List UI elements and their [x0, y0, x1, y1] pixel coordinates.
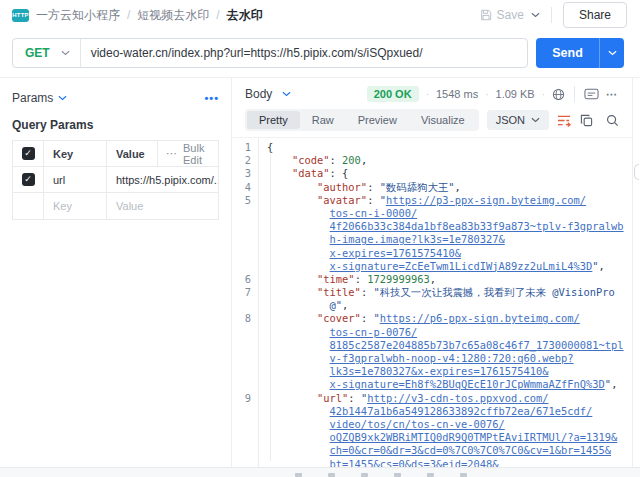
code-line: "url": "http://v3-cdn-tos.ppxvod.com/ — [267, 392, 632, 405]
table-row: ✓ url https://h5.pipix.com/... — [13, 167, 218, 193]
json-link[interactable]: https://p6-ppx-sign.byteimg.com/ — [380, 312, 580, 324]
json-link[interactable]: 8185c2587e204885b73b7c65a08c46f7_1730000… — [330, 339, 624, 351]
query-params-table: ✓ Key Value ⋯ Bulk Edit ✓ url https://h5… — [12, 140, 219, 220]
globe-icon[interactable] — [552, 88, 565, 101]
param-key-cell[interactable]: url — [44, 167, 107, 192]
panel-collapse-handle[interactable] — [634, 164, 639, 180]
json-link[interactable]: oQZQB9xk2WBRiMTIQ0dR9Q0TMPtEAviIRTMUl/?a… — [330, 431, 618, 443]
toolbar-icon[interactable] — [328, 473, 335, 477]
dot-separator: · — [426, 89, 429, 100]
line-number — [232, 352, 251, 365]
send-dropdown-chevron-icon[interactable] — [599, 38, 624, 68]
params-chevron-icon[interactable] — [58, 95, 67, 101]
param-value-input[interactable]: Value — [107, 200, 218, 212]
code-line: "title": "科技又一次让我震撼，我看到了未来 @VisionPro — [267, 286, 632, 299]
select-all-checkbox[interactable]: ✓ — [22, 147, 35, 160]
format-select[interactable]: JSON — [487, 110, 549, 130]
code-token: : { — [330, 167, 349, 179]
code-line: video/tos/cn/tos-cn-ve-0076/ — [267, 418, 632, 431]
code-gutter: 123456789 — [232, 138, 259, 467]
method-chevron-icon[interactable] — [61, 50, 80, 56]
json-link[interactable]: h-image.image?lk3s=1e780327& — [330, 233, 505, 245]
save-button[interactable]: Save — [480, 8, 524, 22]
code-token: { — [267, 141, 273, 153]
save-dropdown-chevron-icon[interactable] — [531, 12, 540, 18]
row-checkbox[interactable]: ✓ — [22, 173, 35, 186]
code-line: 42b1447a1b6a549128633892cffb72ea/671e5cd… — [267, 405, 632, 418]
breadcrumb-separator: / — [216, 8, 219, 22]
search-icon[interactable] — [606, 114, 619, 127]
code-token: : — [355, 273, 368, 285]
json-link[interactable]: video/tos/cn/tos-cn-ve-0076/ — [330, 418, 505, 430]
line-number: 9 — [232, 392, 251, 405]
json-link[interactable]: x-expires=1761575410& — [330, 247, 461, 259]
toolbar-icon[interactable] — [361, 473, 368, 477]
json-link[interactable]: lk3s=1e780327&x-expires=1761575410& — [330, 365, 549, 377]
bulk-edit-button[interactable]: ⋯ Bulk Edit — [158, 142, 218, 166]
json-link[interactable]: tos-cn-i-0000/ — [330, 207, 418, 219]
json-link[interactable]: tos-cn-p-0076/ — [330, 326, 418, 338]
body-chevron-icon[interactable] — [282, 91, 291, 97]
json-link[interactable]: v-f3gpralwbh-noop-v4:1280:720:q60.webp? — [330, 352, 574, 364]
param-key-input[interactable]: Key — [44, 193, 107, 219]
json-link[interactable]: 42b1447a1b6a549128633892cffb72ea/671e5cd… — [330, 405, 593, 417]
dot-separator: · — [542, 89, 545, 100]
tab-raw[interactable]: Raw — [300, 111, 346, 129]
toolbar-icon[interactable] — [394, 473, 401, 477]
code-lines: {"code": 200,"data": {"author": "数码舔狗大王"… — [259, 138, 632, 467]
code-line: tos-cn-p-0076/ — [267, 326, 632, 339]
code-line: oQZQB9xk2WBRiMTIQ0dR9Q0TMPtEAviIRTMUl/?a… — [267, 431, 632, 444]
code-token: "data" — [292, 167, 330, 179]
line-number — [232, 247, 251, 260]
method-select[interactable]: GET — [13, 46, 61, 60]
tab-preview[interactable]: Preview — [346, 111, 409, 129]
param-value-cell[interactable]: https://h5.pipix.com/... — [107, 174, 218, 186]
code-line: lk3s=1e780327&x-expires=1761575410& — [267, 365, 632, 378]
breadcrumb-separator: / — [127, 8, 130, 22]
params-more-icon[interactable]: ••• — [204, 92, 219, 104]
breadcrumb-project[interactable]: 一方云知小程序 — [36, 7, 120, 24]
line-number: 1 — [232, 141, 251, 154]
code-token: , — [361, 154, 367, 166]
code-token: , — [599, 260, 605, 272]
line-number — [232, 418, 251, 431]
tab-pretty[interactable]: Pretty — [247, 111, 300, 129]
share-button[interactable]: Share — [563, 2, 627, 28]
json-link[interactable]: x-signature=ZcEeTwm1LicdIWjA89zz2uLmiL4%… — [330, 260, 593, 272]
format-chevron-icon — [531, 117, 540, 123]
line-number — [232, 326, 251, 339]
code-token: : — [348, 392, 361, 404]
response-more-icon[interactable]: ⋯ — [606, 88, 618, 101]
copy-icon[interactable] — [580, 114, 593, 127]
toolbar-icon[interactable] — [295, 473, 302, 477]
json-link[interactable]: ch=0&cr=0&dr=3&cd=0%7C0%7C0%7C0&cv=1&br=… — [330, 444, 612, 456]
json-link[interactable]: https://p3-ppx-sign.byteimg.com/ — [386, 194, 586, 206]
json-link[interactable]: x-signature=Eh8f%2BUqQEcE10rJCpWmmaAZfFn… — [330, 378, 605, 390]
line-number: 5 — [232, 194, 251, 207]
wrap-lines-icon[interactable] — [557, 114, 572, 127]
breadcrumb-folder[interactable]: 短视频去水印 — [137, 7, 209, 24]
toolbar-icon[interactable] — [460, 473, 467, 477]
toolbar-icon[interactable] — [427, 473, 434, 477]
code-token: : — [367, 181, 380, 193]
params-panel: Params ••• Query Params ✓ Key Value ⋯ Bu… — [0, 78, 232, 467]
response-size: 1.09 KB — [496, 88, 535, 100]
code-token: 200 — [342, 154, 361, 166]
save-icon — [480, 9, 492, 21]
code-token: "title" — [317, 286, 361, 298]
line-number — [232, 378, 251, 391]
right-sidebar-strip — [632, 78, 640, 467]
url-input[interactable]: video-water.cn/index.php?url=https://h5.… — [81, 46, 431, 60]
line-number — [232, 233, 251, 246]
json-link[interactable]: http://v3-cdn-tos.ppxvod.com/ — [367, 392, 548, 404]
tab-visualize[interactable]: Visualize — [409, 111, 477, 129]
response-toolbar: Pretty Raw Preview Visualize JSON — [232, 104, 632, 137]
send-button[interactable]: Send — [536, 38, 624, 68]
status-badge: 200 OK — [367, 86, 419, 102]
response-example-icon[interactable] — [584, 88, 599, 100]
code-line: x-expires=1761575410& — [267, 247, 632, 260]
json-link[interactable]: bt=1455&cs=0&ds=3&eid=2048& — [330, 458, 499, 468]
table-header-row: ✓ Key Value ⋯ Bulk Edit — [13, 141, 218, 167]
json-link[interactable]: 4f2066b33c384da1bf8ea83b33f9a873~tplv-f3… — [330, 220, 624, 232]
response-body-editor[interactable]: 123456789 {"code": 200,"data": {"author"… — [232, 137, 632, 467]
